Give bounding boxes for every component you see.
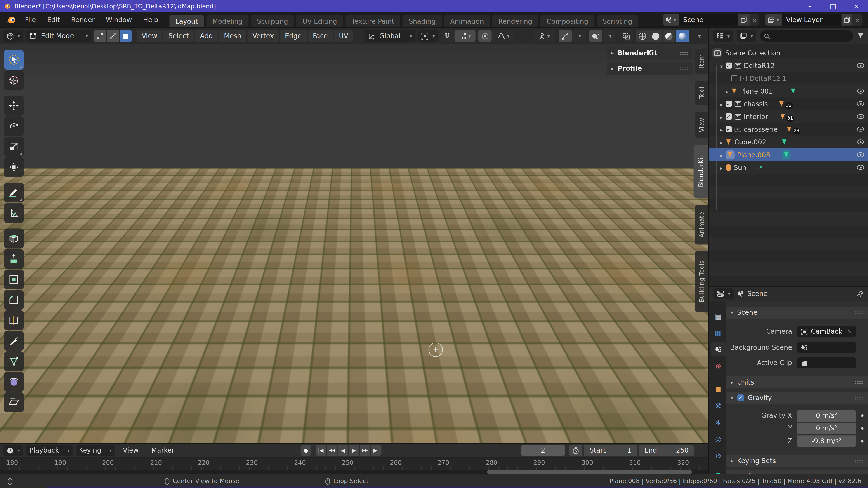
outliner-row-interior[interactable]: Interior 31 <box>709 110 868 123</box>
menu-file[interactable]: File <box>20 12 41 28</box>
editor-type-button[interactable] <box>3 30 23 42</box>
workspace-tab-scripting[interactable]: Scripting <box>596 15 638 28</box>
tool-knife-icon[interactable] <box>4 331 24 351</box>
viewport-menu-edge[interactable]: Edge <box>280 30 307 42</box>
proportional-editing-toggle[interactable] <box>478 30 492 42</box>
drag-grip-icon[interactable] <box>855 311 863 315</box>
expand-icon[interactable] <box>720 138 723 146</box>
outliner-row-cube002[interactable]: Cube.002 <box>709 135 868 148</box>
sidebar-tab-animate[interactable]: Animate <box>694 205 708 245</box>
output-properties-tab-icon[interactable]: ▤ <box>711 309 725 323</box>
outliner-row-deltar12[interactable]: DeltaR12 <box>709 59 868 72</box>
hide-eye-icon[interactable] <box>857 152 864 157</box>
use-preview-range-toggle[interactable] <box>569 445 583 456</box>
playback-menu[interactable]: Playback <box>26 445 73 456</box>
workspace-tab-texture-paint[interactable]: Texture Paint <box>345 15 401 28</box>
keying-sets-panel-header[interactable]: Keying Sets <box>726 455 868 467</box>
units-panel-header[interactable]: Units <box>726 376 868 388</box>
timeline-menu-view[interactable]: View <box>118 445 144 456</box>
viewport-3d[interactable]: BlenderKit Profile Item Tool View Blende… <box>0 44 709 444</box>
tool-rotate-icon[interactable] <box>4 116 24 136</box>
workspace-tab-layout[interactable]: Layout <box>169 15 204 28</box>
vertex-select-mode-icon[interactable] <box>94 30 106 42</box>
expand-icon[interactable] <box>720 62 723 69</box>
tool-measure-icon[interactable] <box>4 203 24 223</box>
menu-edit[interactable]: Edit <box>41 12 66 28</box>
show-gizmo-selector[interactable] <box>533 30 555 42</box>
sidebar-tab-building-tools[interactable]: Building Tools <box>694 251 708 312</box>
hide-eye-icon[interactable] <box>857 127 864 132</box>
gravity-x-field[interactable]: 0 m/s² <box>797 410 856 421</box>
viewport-menu-vertex[interactable]: Vertex <box>248 30 279 42</box>
transform-orientation-selector[interactable]: Global <box>365 30 415 42</box>
tool-select-box-icon[interactable] <box>4 50 24 70</box>
pivot-point-selector[interactable] <box>418 30 438 42</box>
outliner-row-plane008[interactable]: Plane.008 <box>709 148 868 161</box>
transform-gizmos-toggle[interactable] <box>559 30 572 42</box>
drag-grip-icon[interactable] <box>680 51 688 55</box>
outliner-search-input[interactable] <box>760 31 853 41</box>
menu-render[interactable]: Render <box>66 12 100 28</box>
viewport-menu-view[interactable]: View <box>136 30 162 42</box>
sidebar-tab-item[interactable]: Item <box>694 49 708 74</box>
next-keyframe-button[interactable]: ▶▶ <box>360 445 370 456</box>
filter-icon[interactable] <box>857 33 864 39</box>
play-reverse-button[interactable]: ◀ <box>338 445 348 456</box>
workspace-tab-shading[interactable]: Shading <box>403 15 442 28</box>
scene-unlink-icon[interactable]: × <box>749 14 760 26</box>
sidebar-tab-view[interactable]: View <box>694 112 708 138</box>
audio-panel-header[interactable]: Audio <box>726 470 868 474</box>
collection-checkbox[interactable] <box>731 75 737 81</box>
outliner-row-scene-collection[interactable]: Scene Collection <box>709 46 868 59</box>
timeline-ruler[interactable]: 180 190 200 210 220 230 240 250 260 270 … <box>0 457 709 470</box>
hide-eye-icon[interactable] <box>857 63 864 68</box>
tool-shear-icon[interactable] <box>4 392 24 412</box>
view-layer-properties-tab-icon[interactable]: ▦ <box>711 325 725 340</box>
gravity-checkbox[interactable] <box>737 394 744 401</box>
expand-icon[interactable] <box>720 151 723 158</box>
clear-camera-icon[interactable]: × <box>847 328 852 334</box>
tool-scale-icon[interactable] <box>4 137 24 157</box>
frame-start-field[interactable]: Start 1 <box>584 445 637 456</box>
area-divider-outliner-properties[interactable] <box>709 286 868 287</box>
blenderkit-panel-header[interactable]: BlenderKit <box>607 46 692 60</box>
viewport-menu-add[interactable]: Add <box>195 30 218 42</box>
timeline-menu-marker[interactable]: Marker <box>146 445 179 456</box>
tool-add-cube-icon[interactable] <box>4 228 24 248</box>
outliner-row-deltar12-1[interactable]: DeltaR12 1 <box>709 72 868 85</box>
tool-transform-icon[interactable] <box>4 157 24 177</box>
hide-eye-icon[interactable] <box>857 139 864 144</box>
gizmos-dropdown[interactable] <box>572 30 586 42</box>
physics-properties-tab-icon[interactable]: ◎ <box>711 431 725 446</box>
tool-spin-icon[interactable] <box>4 372 24 392</box>
shading-solid-icon[interactable] <box>649 30 662 42</box>
constraints-properties-tab-icon[interactable]: ⊙ <box>711 448 725 463</box>
sidebar-tab-tool[interactable]: Tool <box>694 81 708 105</box>
menu-help[interactable]: Help <box>137 12 164 28</box>
previous-keyframe-button[interactable]: ◀◀ <box>327 445 337 456</box>
timeline-scrollbar-thumb[interactable] <box>487 470 692 474</box>
shading-material-icon[interactable] <box>662 30 675 42</box>
outliner-row-carosserie[interactable]: carosserie 23 <box>709 123 868 135</box>
tool-annotate-icon[interactable] <box>4 183 24 202</box>
expand-icon[interactable] <box>720 112 723 120</box>
sidebar-tab-blenderkit[interactable]: BlenderKit <box>694 145 708 198</box>
tool-extrude-region-icon[interactable] <box>4 249 24 269</box>
hide-eye-icon[interactable] <box>857 165 864 170</box>
tool-cursor-icon[interactable] <box>4 70 24 90</box>
pin-icon[interactable] <box>857 291 864 297</box>
snap-target-selector[interactable] <box>455 30 475 42</box>
collection-checkbox[interactable] <box>725 126 732 132</box>
outliner-row-plane001[interactable]: Plane.001 <box>709 85 868 97</box>
workspace-tab-rendering[interactable]: Rendering <box>492 15 538 28</box>
drag-grip-icon[interactable] <box>855 381 863 384</box>
keying-menu[interactable]: Keying <box>75 445 115 456</box>
car-object[interactable] <box>302 209 509 328</box>
active-clip-field[interactable] <box>797 357 856 368</box>
area-divider-vertical[interactable] <box>708 28 709 474</box>
scene-name-field[interactable]: Scene <box>679 14 738 26</box>
jump-to-end-button[interactable]: ▶| <box>371 445 381 456</box>
gravity-z-field[interactable]: -9.8 m/s² <box>797 435 856 447</box>
minimize-icon[interactable]: – <box>798 0 822 12</box>
expand-icon[interactable] <box>720 100 723 107</box>
